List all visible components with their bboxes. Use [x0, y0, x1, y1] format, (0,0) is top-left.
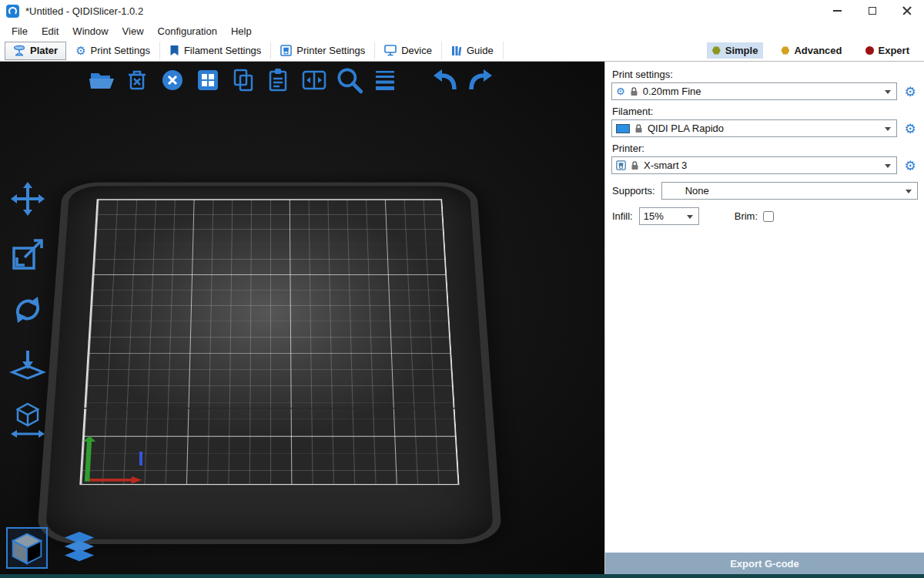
bed-grid-surface — [79, 199, 459, 485]
open-folder-icon — [87, 66, 116, 95]
tab-plater[interactable]: Plater — [5, 42, 66, 60]
chevron-down-icon — [885, 90, 891, 94]
delete-all-icon — [158, 66, 187, 95]
printer-combo[interactable]: X-smart 3 — [611, 156, 897, 174]
guide-icon — [451, 45, 462, 56]
layers-view-icon — [62, 530, 97, 566]
mode-switcher: Simple Advanced Expert — [707, 42, 924, 59]
split-button[interactable] — [299, 65, 330, 96]
undo-icon — [430, 66, 460, 95]
menu-bar: File Edit Window View Configuration Help — [0, 22, 924, 40]
close-button[interactable] — [889, 0, 924, 22]
tab-device[interactable]: Device — [375, 42, 442, 59]
app-window: *Untitled - QIDISlicer-1.0.2 File Edit W… — [0, 0, 924, 578]
search-button[interactable] — [334, 65, 365, 96]
lock-icon — [634, 124, 643, 133]
window-title: *Untitled - QIDISlicer-1.0.2 — [25, 5, 143, 17]
brim-label: Brim: — [735, 210, 758, 222]
device-icon — [384, 45, 397, 56]
measure-button[interactable] — [6, 401, 49, 441]
print-settings-value: 0.20mm Fine — [643, 86, 701, 97]
infill-value: 15% — [644, 210, 664, 222]
printer-gear-button[interactable]: ⚙ — [902, 158, 918, 173]
delete-button[interactable] — [122, 65, 152, 96]
tab-bar: Plater ⚙ Print Settings Filament Setting… — [0, 40, 924, 62]
filament-combo[interactable]: QIDI PLA Rapido — [611, 119, 897, 137]
arrange-icon — [193, 66, 223, 95]
infill-label: Infill: — [612, 210, 633, 222]
printer-settings-icon — [280, 45, 292, 56]
filament-value: QIDI PLA Rapido — [648, 123, 724, 134]
profile-gear-icon: ⚙ — [616, 86, 625, 96]
tab-guide[interactable]: Guide — [442, 42, 504, 59]
supports-combo[interactable]: None — [661, 182, 918, 200]
maximize-icon — [869, 7, 876, 15]
viewport-bottom-strip — [0, 574, 924, 578]
menu-edit[interactable]: Edit — [35, 23, 65, 39]
print-settings-label: Print settings: — [612, 69, 918, 80]
tab-device-label: Device — [401, 45, 432, 56]
print-settings-icon: ⚙ — [75, 45, 85, 56]
menu-file[interactable]: File — [5, 23, 35, 39]
tab-plater-label: Plater — [30, 45, 58, 56]
lock-icon — [630, 87, 638, 96]
3d-viewport[interactable] — [0, 62, 604, 578]
3d-view-button[interactable] — [6, 527, 48, 569]
open-button[interactable] — [86, 65, 117, 96]
printer-label: Printer: — [612, 143, 918, 154]
menu-window[interactable]: Window — [65, 23, 115, 39]
menu-view[interactable]: View — [116, 23, 151, 39]
mode-expert[interactable]: Expert — [860, 42, 915, 59]
arrange-button[interactable] — [192, 65, 223, 96]
place-on-face-button[interactable] — [6, 345, 49, 385]
tab-printer-settings[interactable]: Printer Settings — [271, 42, 375, 59]
rotate-icon — [9, 291, 46, 328]
chevron-down-icon — [906, 190, 912, 193]
menu-help[interactable]: Help — [224, 23, 259, 39]
print-settings-gear-button[interactable]: ⚙ — [902, 84, 918, 99]
paste-icon — [264, 66, 293, 95]
printer-icon — [616, 160, 626, 170]
scale-button[interactable] — [6, 234, 49, 274]
plater-icon — [13, 45, 25, 56]
left-toolbar — [6, 179, 49, 441]
filament-label: Filament: — [612, 106, 918, 117]
delete-all-button[interactable] — [157, 65, 188, 96]
minimize-button[interactable] — [820, 0, 855, 22]
chevron-down-icon — [885, 164, 891, 168]
menu-configuration[interactable]: Configuration — [151, 23, 224, 39]
view-toggles — [6, 527, 100, 569]
maximize-button[interactable] — [855, 0, 889, 22]
search-icon — [334, 65, 365, 96]
layers-view-button[interactable] — [59, 527, 100, 569]
redo-button[interactable] — [465, 65, 496, 96]
print-bed — [89, 73, 450, 578]
undo-button[interactable] — [430, 65, 460, 96]
y-axis-indicator — [85, 439, 92, 482]
chevron-down-icon — [885, 127, 891, 131]
mode-advanced-icon — [781, 46, 789, 55]
tab-filament-settings[interactable]: Filament Settings — [160, 42, 271, 59]
paste-button[interactable] — [263, 65, 294, 96]
top-toolbar — [86, 65, 496, 96]
export-gcode-button[interactable]: Export G-code — [605, 553, 924, 574]
mode-advanced[interactable]: Advanced — [775, 42, 847, 59]
measure-icon — [9, 402, 46, 439]
tab-filament-settings-label: Filament Settings — [184, 45, 261, 56]
printer-value: X-smart 3 — [644, 160, 687, 171]
filament-settings-icon — [169, 45, 179, 56]
mode-simple-icon — [712, 46, 721, 55]
lock-icon — [631, 161, 639, 170]
tab-print-settings[interactable]: ⚙ Print Settings — [66, 42, 160, 59]
3d-view-cube-icon — [10, 531, 44, 565]
mode-simple[interactable]: Simple — [707, 42, 764, 59]
copy-button[interactable] — [228, 65, 259, 96]
print-settings-combo[interactable]: ⚙ 0.20mm Fine — [611, 82, 897, 100]
supports-value: None — [685, 185, 709, 197]
variable-layer-height-button[interactable] — [370, 65, 400, 96]
move-button[interactable] — [6, 179, 49, 219]
filament-gear-button[interactable]: ⚙ — [902, 121, 918, 136]
infill-combo[interactable]: 15% — [639, 207, 699, 225]
brim-checkbox[interactable] — [763, 211, 774, 222]
rotate-button[interactable] — [6, 290, 49, 330]
